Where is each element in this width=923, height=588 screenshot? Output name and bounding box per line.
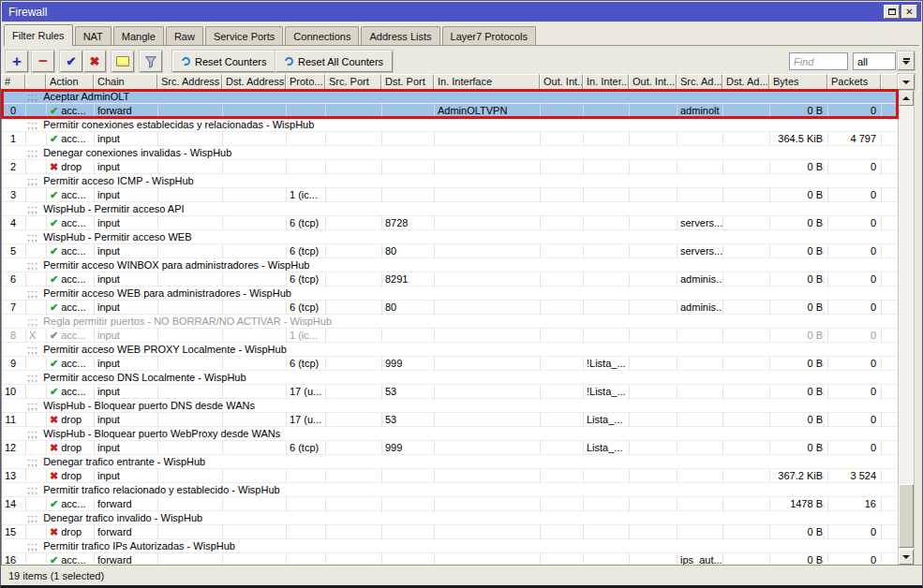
header-cell-num[interactable]: # — [1, 74, 25, 90]
scrollbar-thumb[interactable] — [899, 484, 914, 548]
disable-rule-button[interactable]: ✖ — [83, 51, 106, 72]
rule-row[interactable]: 4✔acc...input6 (tcp)8728servers...0 B0 — [2, 216, 898, 230]
cell-dst_address — [223, 497, 287, 511]
header-cell-chain[interactable]: Chain — [94, 74, 157, 90]
filter-scope-dropdown-button[interactable] — [898, 51, 915, 70]
rule-row[interactable]: 12✖dropinput6 (tcp)999Lista_...0 B0 — [2, 441, 898, 455]
rule-row[interactable]: 11✖dropinput17 (u...53Lista_...0 B0 — [2, 413, 898, 427]
find-input[interactable] — [789, 52, 848, 70]
reset-all-counters-button[interactable]: Reset All Counters — [275, 51, 393, 72]
filter-scope-select[interactable]: all — [853, 52, 896, 70]
rule-row[interactable]: 8X✔acc...input1 (ic...0 B0 — [2, 329, 898, 343]
rule-row[interactable]: 0✔acc...forwardAdminOLTVPNadminolt0 B0 — [2, 104, 898, 118]
cell-out_int_list — [630, 160, 677, 174]
tab-raw[interactable]: Raw — [166, 26, 203, 45]
rule-row[interactable]: 2✖dropinput0 B0 — [2, 160, 898, 174]
rule-row[interactable]: 13✖dropinput367.2 KiB3 524 — [2, 469, 898, 483]
header-cell-action[interactable]: Action — [46, 74, 94, 90]
comment-row[interactable]: ;;;Aceptar AdminOLT — [2, 90, 898, 104]
comment-text: Permitir trafico relacionado y estableci… — [43, 484, 280, 495]
comment-row[interactable]: ;;;Permitir acceso WEB PROXY Localmente … — [2, 343, 898, 357]
comment-row[interactable]: ;;;WispHub - Bloquear puerto DNS desde W… — [2, 399, 898, 413]
rule-row[interactable]: 1✔acc...input364.5 KiB4 797 — [2, 132, 898, 146]
close-button[interactable]: ✕ — [901, 5, 917, 19]
cell-num: 1 — [2, 132, 26, 146]
maximize-button[interactable] — [884, 5, 900, 19]
filter-button[interactable] — [140, 51, 162, 72]
reset-counters-button[interactable]: Reset Counters — [172, 51, 275, 72]
tab-service-ports[interactable]: Service Ports — [205, 26, 283, 45]
tab-mangle[interactable]: Mangle — [113, 26, 164, 45]
cell-num: 8 — [2, 329, 26, 343]
rule-row[interactable]: 3✔acc...input1 (ic...0 B0 — [2, 188, 898, 202]
header-cell-src_address[interactable]: Src. Address — [157, 74, 222, 90]
comment-row[interactable]: ;;;Permitir acceso WEB para administrado… — [2, 287, 898, 301]
comment-prefix: ;;; — [27, 484, 38, 495]
cell-src_port — [326, 301, 382, 315]
cell-dst_ad — [723, 329, 770, 343]
rule-row[interactable]: 7✔acc...input6 (tcp)80adminis...0 B0 — [2, 301, 898, 315]
comment-row[interactable]: ;;;Permitir conexiones establecidas y re… — [2, 118, 898, 132]
header-cell-out_int_list[interactable]: Out. Int... — [629, 74, 677, 90]
comment-row[interactable]: ;;;Permitir acceso WINBOX para administr… — [2, 258, 898, 272]
cell-in_interface — [435, 385, 541, 399]
column-menu-button[interactable] — [898, 74, 915, 90]
header-cell-src_port[interactable]: Src. Port — [325, 74, 381, 90]
cell-in_interface — [435, 329, 541, 343]
rule-row[interactable]: 10✔acc...input17 (u...53!Lista_...0 B0 — [2, 385, 898, 399]
rule-row[interactable]: 9✔acc...input6 (tcp)999!Lista_...0 B0 — [2, 357, 898, 371]
remove-rule-button[interactable]: − — [32, 51, 54, 72]
tab-address-lists[interactable]: Address Lists — [361, 26, 439, 45]
rule-row[interactable]: 15✖dropforward0 B0 — [2, 525, 898, 539]
comment-row[interactable]: ;;;Permitir acceso ICMP - WispHub — [2, 174, 898, 188]
comment-row[interactable]: ;;;Regla permitir puertos - NO BORRAR/NO… — [2, 315, 898, 329]
header-cell-in_inter_list[interactable]: In. Inter... — [583, 74, 629, 90]
comment-row[interactable]: ;;;Denegar trafico entrante - WispHub — [2, 455, 898, 469]
rule-row[interactable]: 14✔acc...forward1478 B16 — [2, 497, 898, 511]
header-cell-flags[interactable] — [25, 74, 46, 90]
header-cell-dst_port[interactable]: Dst. Port — [381, 74, 434, 90]
comment-row[interactable]: ;;;Permitir trafico relacionado y establ… — [2, 483, 898, 497]
titlebar[interactable]: Firewall ✕ — [2, 2, 921, 22]
header-cell-spacer[interactable] — [881, 74, 898, 90]
comment-row[interactable]: ;;;Permitir acceso DNS Localmente - Wisp… — [2, 371, 898, 385]
header-cell-proto[interactable]: Proto... — [286, 74, 325, 90]
enable-rule-button[interactable]: ✔ — [60, 51, 82, 72]
add-rule-button[interactable]: + — [6, 51, 28, 72]
comment-row[interactable]: ;;;Permitir trafico IPs Autorizadas - Wi… — [2, 539, 898, 553]
header-cell-out_int[interactable]: Out. Int... — [540, 74, 583, 90]
header-cell-in_interface[interactable]: In. Interface — [434, 74, 540, 90]
cell-packets: 0 — [828, 525, 882, 539]
rule-row[interactable]: 5✔acc...input6 (tcp)80servers...0 B0 — [2, 244, 898, 258]
vertical-scrollbar[interactable] — [898, 90, 915, 566]
cell-num: 14 — [2, 497, 26, 511]
comment-text: WispHub - Permitir acceso WEB — [43, 231, 191, 243]
cell-dst_ad — [723, 441, 770, 455]
comment-prefix: ;;; — [27, 119, 38, 130]
comment-button[interactable] — [112, 51, 134, 72]
column-menu-arrow-icon — [902, 81, 910, 84]
rule-row[interactable]: 6✔acc...input6 (tcp)8291adminis...0 B0 — [2, 272, 898, 287]
cell-packets: 0 — [828, 188, 882, 202]
close-icon: ✕ — [905, 7, 913, 17]
comment-row[interactable]: ;;;Denegar conexiones invalidas - WispHu… — [2, 146, 898, 160]
scroll-up-button[interactable] — [899, 91, 914, 106]
comment-row[interactable]: ;;;Denegar trafico invalido - WispHub — [2, 511, 898, 525]
comment-row[interactable]: ;;;WispHub - Permitir acceso API — [2, 202, 898, 216]
header-cell-bytes[interactable]: Bytes — [769, 74, 827, 90]
header-cell-src_ad[interactable]: Src. Ad... — [677, 74, 722, 90]
cell-spacer — [882, 244, 898, 258]
tab-nat[interactable]: NAT — [75, 26, 112, 45]
scroll-down-button[interactable] — [899, 550, 914, 565]
comment-text: Permitir trafico IPs Autorizadas - WispH… — [43, 540, 235, 551]
cell-dst_port: 999 — [382, 441, 435, 455]
tab-filter-rules[interactable]: Filter Rules — [4, 24, 73, 46]
header-cell-dst_address[interactable]: Dst. Address — [222, 74, 286, 90]
comment-row[interactable]: ;;;WispHub - Permitir acceso WEB — [2, 230, 898, 244]
comment-row[interactable]: ;;;WispHub - Bloquear puerto WebProxy de… — [2, 427, 898, 441]
cell-out_int — [541, 244, 584, 258]
header-cell-packets[interactable]: Packets — [827, 74, 881, 90]
tab-connections[interactable]: Connections — [285, 26, 359, 45]
header-cell-dst_ad[interactable]: Dst. Ad... — [722, 74, 769, 90]
tab-layer7-protocols[interactable]: Layer7 Protocols — [442, 26, 537, 45]
